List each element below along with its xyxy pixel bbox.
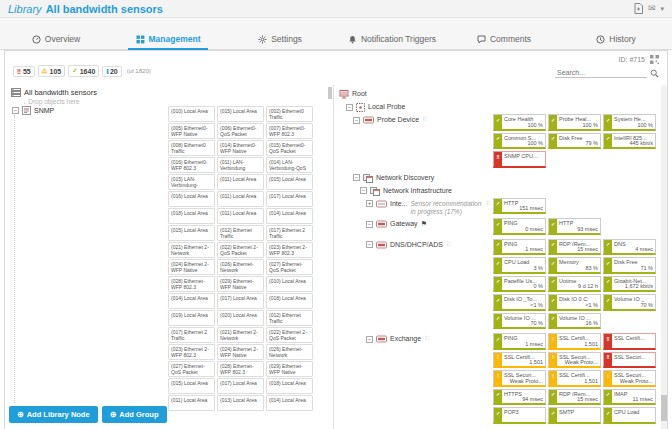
sensor-cell[interactable]: (024) Ethernet 2-WFP Native <box>217 344 264 360</box>
sensor-chip[interactable]: ✓PING1 msec <box>493 333 546 350</box>
paused-count-badge[interactable]: II 20 <box>102 66 121 77</box>
flag-icon[interactable]: ⚐ <box>446 241 452 248</box>
sensor-cell[interactable]: (017) Ethernet 2 Traffic <box>168 327 215 343</box>
sensor-cell[interactable]: (011) Local Area <box>168 395 215 411</box>
sensor-cell[interactable]: (017) Local Area <box>266 191 313 207</box>
sensor-cell[interactable]: (023) Ethernet 2-WFP 802.3 <box>266 242 313 258</box>
sensor-cell[interactable]: (022) Ethernet 2-QoS Packet <box>217 242 264 258</box>
flag-icon[interactable]: ⚐ <box>422 116 428 123</box>
sensor-chip[interactable]: ✓IMAP11 msec <box>603 389 656 406</box>
sensor-cell[interactable]: (015) Local Area <box>168 378 215 394</box>
add-group-button[interactable]: ⊕ Add Group <box>102 406 167 423</box>
sensor-chip[interactable]: ✓Volume IO ...70 % <box>493 313 546 330</box>
collapse-toggle-icon[interactable]: − <box>366 241 373 248</box>
email-icon[interactable]: ✉ <box>648 4 656 13</box>
up-count-badge[interactable]: ✓ 1640 <box>68 65 99 77</box>
sensor-chip[interactable]: ✓Gigabit-Net...1,672 kbit/s <box>603 276 656 293</box>
sensor-chip[interactable]: ✓Volume IO _70 % <box>603 294 656 311</box>
probe-label[interactable]: Local Probe <box>368 103 405 110</box>
sensor-chip[interactable]: ✓PING1 msec <box>493 239 546 256</box>
sensor-cell[interactable]: (021) Ethernet 2-Network <box>168 242 215 258</box>
sensor-cell[interactable]: (018) Local Area <box>168 208 215 224</box>
sensor-cell[interactable]: (027) Ethernet-QoS Packet <box>168 361 215 377</box>
sensor-cell[interactable]: (011) Local Area <box>217 191 264 207</box>
sensor-chip[interactable]: ‼SSL Certifi... <box>603 333 656 350</box>
sensor-cell[interactable]: (021) Ethernet 2-Network <box>217 327 264 343</box>
collapse-toggle-icon[interactable]: − <box>360 187 367 194</box>
sensor-chip[interactable]: !SSL Certifi...1,501 <box>548 370 601 387</box>
sensor-cell[interactable]: (022) Ethernet 2-QoS Packet <box>266 327 313 343</box>
sensor-cell[interactable]: (026) Ethernet-Network <box>217 259 264 275</box>
sensor-chip[interactable]: !SSL Certifi...1,501 <box>493 352 546 369</box>
device-label[interactable]: Inte... <box>390 200 408 207</box>
sensor-cell[interactable]: (029) Ethernet-WFP Native <box>217 276 264 292</box>
sensor-cell[interactable]: (014) Local Area <box>168 293 215 309</box>
sensor-cell[interactable]: (007) Ethernet0-WFP 802.3 <box>266 123 313 139</box>
flag-icon[interactable]: ⚐ <box>486 200 492 207</box>
tab-overview[interactable]: Overview <box>0 29 112 49</box>
sensor-chip[interactable]: ✓SMTP <box>548 407 601 424</box>
sensor-cell[interactable]: (002) Ethernet0 Traffic <box>266 106 313 122</box>
sensor-cell[interactable]: (010) Local Area <box>168 106 215 122</box>
sensor-cell[interactable]: (008) Ethernet0 Traffic <box>168 140 215 156</box>
sensor-chip[interactable]: ✓CPU Load <box>603 407 656 424</box>
sensor-cell[interactable]: (026) Ethernet-Network <box>266 344 313 360</box>
sensor-cell[interactable]: (018) Local Area <box>266 378 313 394</box>
sensor-cell[interactable]: (012) Ethernet Traffic <box>217 225 264 241</box>
sensor-cell[interactable]: (010) Local Area <box>266 276 313 292</box>
tab-settings[interactable]: Settings <box>224 29 336 49</box>
sensor-chip[interactable]: ✓HTTP93 msec <box>548 218 601 235</box>
root-label[interactable]: Root <box>352 90 367 97</box>
expand-toggle-icon[interactable]: + <box>366 200 373 207</box>
sensor-chip[interactable]: ✓Pagefile Us...0 % <box>493 276 546 293</box>
sensor-chip[interactable]: ✓DNS4 msec <box>603 239 656 256</box>
collapse-toggle-icon[interactable]: − <box>353 117 360 124</box>
sensor-cell[interactable]: (016) Ethernet0-WFP 802.3 <box>168 157 215 173</box>
sensor-chip[interactable]: ✓Disk Free71 % <box>603 257 656 274</box>
sensor-cell[interactable]: (017) Ethernet 2 Traffic <box>266 225 313 241</box>
right-scrollbar-thumb[interactable] <box>661 395 667 421</box>
sensor-cell[interactable]: (018) Local Area <box>266 293 313 309</box>
sensor-cell[interactable]: (029) Ethernet-WFP Native <box>266 361 313 377</box>
sensor-cell[interactable]: (016) Local Area <box>168 191 215 207</box>
sensor-cell[interactable]: (005) Ethernet0-WFP Native <box>168 123 215 139</box>
group-label[interactable]: Network Discovery <box>376 174 434 181</box>
sensor-chip[interactable]: ✓CPU Load3 % <box>493 257 546 274</box>
device-label[interactable]: DNS/DHCP/ADS <box>390 241 443 248</box>
sensor-cell[interactable]: (017) Local Area <box>217 293 264 309</box>
flag-icon[interactable]: ⚑ <box>421 220 427 227</box>
sensor-cell[interactable]: (006) Ethernet0-QoS Packet <box>217 123 264 139</box>
sensor-chip[interactable]: ✓Disk Free79 % <box>548 133 601 150</box>
sensor-chip[interactable]: ✓Intel[R] 825...445 kbit/s <box>603 133 656 150</box>
sensor-cell[interactable]: (011) Local Area <box>217 208 264 224</box>
sensor-chip[interactable]: ✓Memory83 % <box>548 257 601 274</box>
sensor-cell[interactable]: (011) Local Area <box>217 174 264 190</box>
sensor-chip[interactable]: ✓System He...100 % <box>603 114 656 131</box>
sensor-chip[interactable]: ✓Probe Heal...100 % <box>548 114 601 131</box>
sensor-cell[interactable]: (027) Ethernet-QoS Packet <box>266 259 313 275</box>
sensor-cell[interactable]: (019) Local Area <box>168 310 215 326</box>
sensor-cell[interactable]: (020) Local Area <box>217 310 264 326</box>
group-label[interactable]: Network Infrastructure <box>383 187 452 194</box>
sensor-chip[interactable]: ✓Uptime9 d 12 h <box>548 276 601 293</box>
sensor-chip[interactable]: ‼SNMP CPU... <box>493 151 546 168</box>
collapse-toggle-icon[interactable]: − <box>12 107 19 114</box>
sensor-cell[interactable]: (015) LAN-Verbindung- <box>168 174 215 190</box>
sensor-chip[interactable]: !SSL Securi...Weak Proto... <box>548 352 601 369</box>
sensor-cell[interactable]: (024) Ethernet 2-WFP Native <box>168 259 215 275</box>
sensor-chip[interactable]: !SSL Certifi...1,501 <box>548 333 601 350</box>
device-label[interactable]: Probe Device <box>377 116 419 123</box>
sensor-cell[interactable]: (011) LAN-Verbindung <box>217 157 264 173</box>
tab-comments[interactable]: Comments <box>448 29 560 49</box>
sensor-chip[interactable]: ✓HTTPS94 msec <box>493 389 546 406</box>
qr-code-icon[interactable] <box>650 55 659 64</box>
search-input[interactable] <box>555 68 647 78</box>
collapse-toggle-icon[interactable]: − <box>346 104 353 111</box>
collapse-toggle-icon[interactable]: − <box>353 174 360 181</box>
tab-management[interactable]: Management <box>112 29 224 49</box>
sensor-cell[interactable]: (014) Ethernet0-WFP Native <box>217 140 264 156</box>
sensor-chip[interactable]: !SSL Securi...Weak Proto... <box>493 370 546 387</box>
sensor-cell[interactable]: (013) Local Area <box>217 395 264 411</box>
down-count-badge[interactable]: ‼ 55 <box>13 66 35 77</box>
sensor-cell[interactable]: (015) Local Area <box>168 225 215 241</box>
